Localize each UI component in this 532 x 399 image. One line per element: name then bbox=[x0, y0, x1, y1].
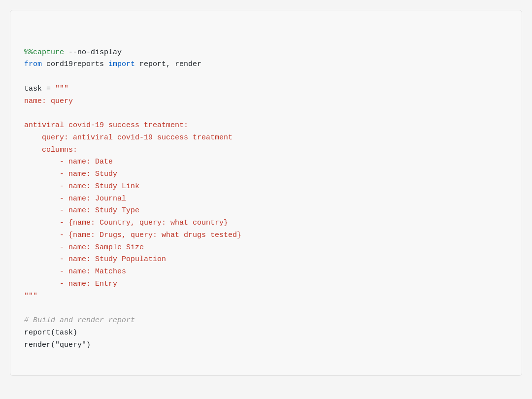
code-line-l16: - {name: Drugs, query: what drugs tested… bbox=[24, 230, 508, 242]
code-line-l17: - name: Sample Size bbox=[24, 242, 508, 254]
code-line-l2: from cord19reports import report, render bbox=[24, 59, 508, 71]
code-line-l25: render("query") bbox=[24, 339, 508, 352]
code-line-l21: """ bbox=[24, 291, 508, 303]
code-line-l3 bbox=[24, 71, 508, 83]
code-line-l15: - {name: Country, query: what country} bbox=[24, 217, 508, 230]
code-line-l11: - name: Study bbox=[24, 168, 508, 181]
code-line-l22 bbox=[24, 302, 508, 315]
code-block: %%capture --no-displayfrom cord19reports… bbox=[10, 10, 522, 376]
code-line-l9: columns: bbox=[24, 144, 508, 157]
code-line-l20: - name: Entry bbox=[24, 278, 508, 291]
code-line-l7: antiviral covid-19 success treatment: bbox=[24, 120, 508, 132]
code-line-l8: query: antiviral covid-19 success treatm… bbox=[24, 132, 508, 144]
code-line-l5: name: query bbox=[24, 96, 508, 108]
code-container: %%capture --no-displayfrom cord19reports… bbox=[24, 47, 508, 352]
code-line-l6 bbox=[24, 107, 508, 120]
code-line-l1: %%capture --no-display bbox=[24, 47, 508, 59]
code-line-l19: - name: Matches bbox=[24, 266, 508, 278]
code-line-l14: - name: Study Type bbox=[24, 205, 508, 217]
code-line-l18: - name: Study Population bbox=[24, 254, 508, 266]
code-line-l13: - name: Journal bbox=[24, 193, 508, 205]
code-line-l23: # Build and render report bbox=[24, 315, 508, 327]
code-line-l24: report(task) bbox=[24, 327, 508, 339]
code-line-l12: - name: Study Link bbox=[24, 181, 508, 193]
code-line-l4: task = """ bbox=[24, 83, 508, 96]
code-line-l10: - name: Date bbox=[24, 156, 508, 168]
